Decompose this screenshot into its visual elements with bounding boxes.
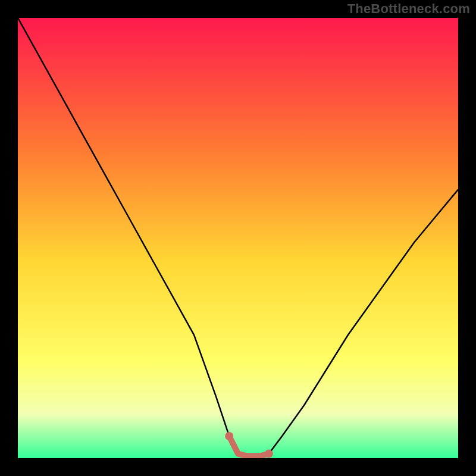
watermark-label: TheBottleneck.com [347, 1, 470, 17]
plateau-endpoint-left-icon [225, 432, 233, 440]
chart-plot-area [18, 18, 458, 458]
chart-svg [18, 18, 458, 458]
plateau-endpoint-right-icon [265, 450, 273, 458]
chart-frame: TheBottleneck.com [0, 0, 476, 476]
gradient-background [18, 18, 458, 458]
